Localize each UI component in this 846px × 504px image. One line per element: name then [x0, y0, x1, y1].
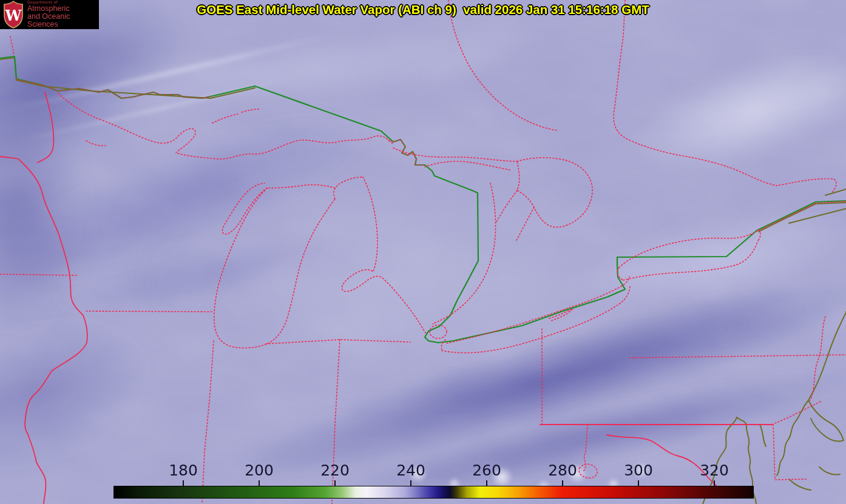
colorbar-tick-label: 260 — [472, 462, 501, 479]
map-boundaries-overlay — [0, 0, 846, 504]
colorbar-tick — [334, 480, 336, 486]
coastline-olive — [0, 58, 846, 504]
colorbar-ticks: 180200220240260280300320 — [113, 463, 754, 486]
colorbar-tick-label: 220 — [320, 462, 350, 479]
colorbar-tick-label: 320 — [700, 462, 729, 479]
us-canada-border-line — [0, 56, 846, 343]
colorbar-tick — [562, 480, 563, 486]
state-borders-solid — [0, 92, 772, 504]
satellite-image: W Department of Atmospheric and Oceanic … — [0, 0, 846, 504]
colorbar-tick — [638, 480, 639, 486]
colorbar-tick-label: 280 — [548, 462, 577, 479]
colorbar-tick — [183, 480, 184, 486]
colorbar-tick — [486, 480, 487, 486]
colorbar-tick — [259, 480, 260, 486]
colorbar-tick-label: 240 — [396, 462, 425, 479]
lake-shorelines-dotted — [0, 0, 846, 504]
colorbar-tick — [410, 480, 411, 486]
colorbar-tick — [714, 480, 715, 486]
colorbar-tick-label: 300 — [624, 462, 653, 479]
image-title: GOES East Mid-level Water Vapor (ABI ch … — [0, 2, 846, 17]
colorbar-tick-label: 180 — [169, 462, 198, 479]
colorbar — [113, 486, 754, 499]
colorbar-tick-label: 200 — [245, 462, 274, 479]
